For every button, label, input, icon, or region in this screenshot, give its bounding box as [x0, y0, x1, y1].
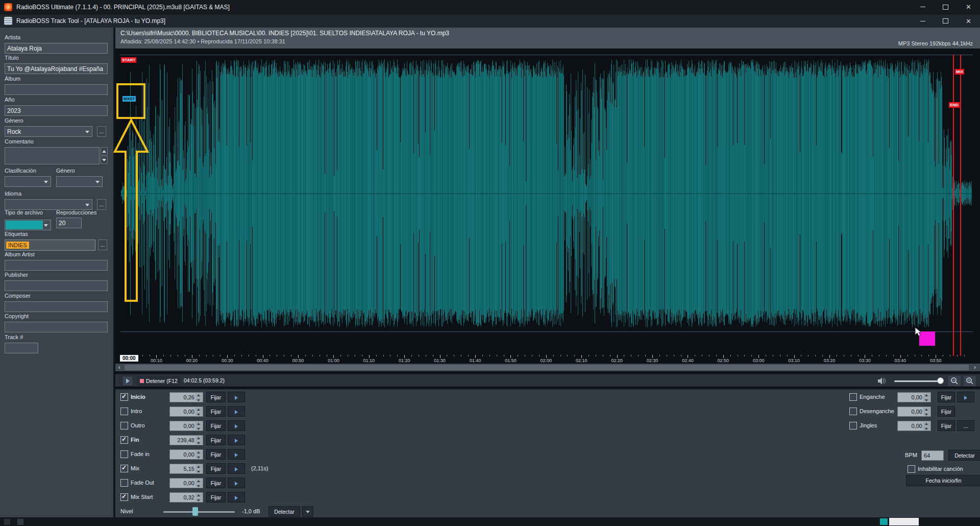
etiquetas-input[interactable]: INDIES: [5, 240, 95, 251]
genero-select[interactable]: Rock: [5, 126, 92, 137]
album-input[interactable]: [5, 84, 108, 95]
spinner-arrows-icon[interactable]: [923, 393, 930, 401]
genero-more-button[interactable]: ...: [97, 126, 106, 137]
taskbar-item-white[interactable]: [889, 518, 919, 525]
bpm-detect-button[interactable]: Detectar: [948, 450, 980, 461]
tool-maximize-button[interactable]: [934, 14, 957, 28]
clasificacion-label: Clasificación: [5, 168, 36, 174]
fin-fijar-button[interactable]: Fijar: [206, 435, 226, 445]
idioma-label: Idioma: [5, 190, 92, 197]
titulo-input[interactable]: [5, 63, 108, 74]
start-marker[interactable]: START: [121, 57, 136, 63]
idioma-select[interactable]: [5, 199, 92, 210]
mix-start-value[interactable]: 0,32: [169, 492, 203, 503]
file-type-color-swatch: [6, 221, 43, 229]
jingles-value[interactable]: 0,00: [897, 421, 931, 431]
desenganche-fijar-button[interactable]: Fijar: [938, 406, 955, 417]
artista-input[interactable]: [5, 43, 108, 54]
tipo-archivo-label: Tipo de archivo: [5, 209, 43, 216]
copyright-input[interactable]: [5, 322, 108, 332]
level-detect-button[interactable]: Detectar: [268, 506, 300, 517]
mix-start-checkbox[interactable]: [120, 493, 128, 501]
genero2-select[interactable]: [56, 176, 103, 187]
taskbar-icon[interactable]: [17, 519, 23, 525]
tool-minimize-button[interactable]: [911, 14, 934, 28]
copyright-label: Copyright: [5, 313, 108, 320]
mix-start-fijar-button[interactable]: Fijar: [206, 492, 226, 503]
level-slider-handle[interactable]: [192, 507, 198, 516]
play-button[interactable]: [122, 376, 133, 386]
main-window-titlebar: ♪ RadioBOSS Ultimate (7.1.1.4) - 00. PRI…: [0, 0, 980, 14]
fin-value[interactable]: 239,48: [169, 435, 203, 445]
maximize-button[interactable]: [934, 0, 957, 14]
enganche-value[interactable]: 0,00: [897, 392, 931, 402]
publisher-input[interactable]: [5, 280, 108, 291]
stop-button[interactable]: Detener (F12: [137, 376, 181, 386]
end-position-line[interactable]: [960, 55, 961, 356]
field-copyright: Copyright: [5, 313, 108, 332]
play-icon: [126, 378, 130, 384]
reproducciones-input[interactable]: [56, 218, 82, 228]
scroll-right-arrow-icon[interactable]: [971, 364, 979, 371]
enganche-fijar-button[interactable]: Fijar: [938, 392, 955, 402]
scroll-up-button[interactable]: [101, 147, 108, 155]
genero-label: Género: [5, 117, 92, 124]
mix-position-line[interactable]: [953, 55, 954, 356]
taskbar-item-teal[interactable]: [880, 518, 888, 525]
scroll-left-arrow-icon[interactable]: [115, 364, 124, 371]
level-detect-dropdown-button[interactable]: [302, 506, 313, 517]
comentario-textarea[interactable]: [5, 147, 100, 164]
tipo-archivo-select[interactable]: [5, 220, 51, 230]
composer-input[interactable]: [5, 301, 108, 312]
jingles-more-button[interactable]: ...: [957, 420, 974, 431]
cue-row-desenganche: Desenganche 0,00 Fijar: [115, 406, 980, 417]
end-marker[interactable]: END: [949, 102, 960, 108]
ano-label: Año: [5, 97, 108, 103]
zoom-in-button[interactable]: [964, 376, 976, 386]
maximize-icon: [943, 18, 948, 23]
time-ruler[interactable]: 00:00 00:1000:2000:3000:4000:5001:0001:1…: [120, 355, 973, 364]
mix-marker[interactable]: MIX: [955, 69, 964, 75]
close-icon: ✕: [966, 4, 971, 10]
spinner-arrows-icon[interactable]: [923, 422, 930, 430]
spinner-arrows-icon[interactable]: [195, 493, 202, 501]
disable-song-checkbox[interactable]: [908, 465, 915, 473]
close-button[interactable]: ✕: [957, 0, 980, 14]
bpm-row: BPM 64 Detectar: [115, 450, 980, 461]
zoom-in-icon: [966, 377, 974, 385]
waveform-scrollbar[interactable]: [115, 364, 980, 371]
etiquetas-more-button[interactable]: ...: [98, 240, 107, 250]
scroll-down-button[interactable]: [101, 156, 108, 164]
bpm-input[interactable]: 64: [921, 450, 944, 461]
spinner-arrows-icon[interactable]: [195, 436, 202, 444]
scrollbar-thumb[interactable]: [125, 365, 969, 370]
spinner-arrows-icon[interactable]: [923, 408, 930, 416]
fin-checkbox[interactable]: [120, 436, 128, 444]
ano-input[interactable]: [5, 105, 108, 116]
taskbar-icon[interactable]: [4, 519, 10, 525]
level-slider[interactable]: [163, 511, 235, 513]
desenganche-value[interactable]: 0,00: [897, 407, 931, 417]
enganche-checkbox[interactable]: [849, 393, 857, 401]
jingles-checkbox[interactable]: [849, 422, 857, 429]
cue-row-enganche: Enganche 0,00 Fijar: [115, 392, 980, 403]
fin-play-button[interactable]: [228, 435, 245, 445]
track-number-input[interactable]: [5, 343, 38, 353]
idioma-more-button[interactable]: ...: [97, 199, 106, 210]
mix-start-play-button[interactable]: [228, 492, 245, 503]
tag-chip[interactable]: INDIES: [6, 242, 29, 249]
volume-slider-handle[interactable]: [937, 377, 944, 384]
publisher-label: Publisher: [5, 272, 108, 278]
clasificacion-select[interactable]: [5, 176, 51, 187]
volume-slider[interactable]: [894, 380, 943, 382]
enganche-play-button[interactable]: [957, 392, 974, 402]
waveform-canvas[interactable]: [120, 55, 973, 332]
zoom-out-button[interactable]: [948, 376, 961, 386]
album-artist-input[interactable]: [5, 260, 108, 271]
jingles-fijar-button[interactable]: Fijar: [938, 420, 955, 431]
desenganche-checkbox[interactable]: [849, 408, 857, 415]
titulo-label: Título: [5, 55, 108, 61]
date-range-button[interactable]: Fecha inicio/fin: [906, 475, 980, 486]
minimize-button[interactable]: [911, 0, 934, 14]
tool-close-button[interactable]: ✕: [957, 14, 980, 28]
